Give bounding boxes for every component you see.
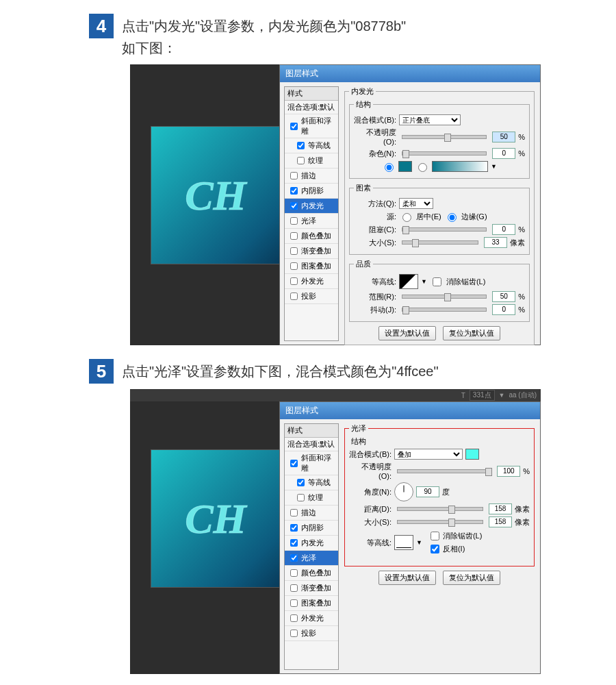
- chk-inner-shadow[interactable]: [290, 187, 298, 195]
- chk-contour[interactable]: [297, 142, 305, 149]
- step-5-badge: 5: [89, 359, 114, 384]
- antialias-check[interactable]: [433, 277, 441, 286]
- satin-size-slider[interactable]: [397, 520, 483, 524]
- options-bar: T 331点 ▼ aa (自动): [130, 389, 541, 401]
- layer-style-dialog: 图层样式 样式 混合选项:默认 斜面和浮雕 等高线 纹理 描边 内阴影 内发光 …: [279, 64, 541, 345]
- chk-outer-glow[interactable]: [290, 277, 298, 285]
- chk-pattern-overlay[interactable]: [290, 262, 298, 270]
- satin-struct: 结构 混合模式(B): 叠加 不透明度(O): 100 %: [349, 436, 530, 558]
- style-satin[interactable]: 光泽: [285, 214, 338, 229]
- opacity-value[interactable]: 50: [492, 132, 515, 142]
- chk-inner-glow[interactable]: [290, 202, 298, 210]
- style-stroke[interactable]: 描边: [285, 169, 338, 184]
- angle-dial[interactable]: [394, 482, 413, 501]
- dialog-title-2: 图层样式: [280, 402, 540, 419]
- quality-group: 品质 等高线: ▼ 消除锯齿(L) 范围(R): 50 %: [349, 259, 530, 322]
- style-contour[interactable]: 等高线: [285, 138, 338, 153]
- opacity-label: 不透明度(O):: [354, 127, 396, 146]
- step-4-badge: 4: [89, 14, 114, 38]
- satin-size-value[interactable]: 158: [489, 516, 512, 527]
- blend-options-row-2[interactable]: 混合选项:默认: [285, 438, 338, 451]
- preview-canvas-2: CH: [151, 449, 281, 588]
- noise-value[interactable]: 0: [492, 148, 515, 159]
- style-satin-2[interactable]: 光泽: [285, 551, 338, 566]
- source-center-radio[interactable]: [402, 213, 411, 222]
- method-select[interactable]: 柔和: [399, 198, 433, 209]
- opacity-slider[interactable]: [402, 135, 487, 139]
- choke-label: 阻塞(C):: [354, 225, 396, 235]
- style-bevel[interactable]: 斜面和浮雕: [285, 114, 338, 138]
- step-5-text: 点击"光泽"设置参数如下图，混合模式颜色为"4ffcee": [122, 359, 439, 382]
- satin-group: 光泽 结构 混合模式(B): 叠加 不透明度(O): 100: [344, 423, 535, 566]
- distance-value[interactable]: 158: [489, 503, 512, 514]
- size-slider[interactable]: [402, 240, 478, 245]
- satin-invert-check[interactable]: [431, 545, 439, 553]
- source-edge-radio[interactable]: [448, 213, 457, 222]
- chk-bevel[interactable]: [290, 123, 298, 130]
- chk-stroke[interactable]: [290, 172, 298, 179]
- gradient-strip[interactable]: [432, 161, 488, 172]
- range-label: 范围(R):: [354, 292, 396, 302]
- noise-slider[interactable]: [402, 151, 487, 155]
- choke-slider[interactable]: [402, 227, 487, 232]
- satin-set-default-button[interactable]: 设置为默认值: [378, 571, 436, 585]
- set-default-button[interactable]: 设置为默认值: [378, 326, 436, 340]
- style-inner-shadow[interactable]: 内阴影: [285, 184, 338, 199]
- satin-reset-default-button[interactable]: 复位为默认值: [443, 571, 500, 585]
- font-size-field[interactable]: 331点: [470, 390, 495, 401]
- contour-picker[interactable]: [399, 274, 418, 289]
- size-value[interactable]: 33: [484, 237, 507, 248]
- satin-antialias-check[interactable]: [431, 532, 439, 540]
- satin-distance-slider[interactable]: [397, 507, 483, 511]
- gradient-radio[interactable]: [418, 163, 427, 172]
- type-icon: T: [461, 392, 465, 399]
- chk-color-overlay[interactable]: [290, 232, 298, 240]
- satin-contour-picker[interactable]: [394, 535, 413, 550]
- step-5-line1: 点击"光泽"设置参数如下图，混合模式颜色为"4ffcee": [122, 360, 439, 382]
- angle-value[interactable]: 90: [416, 486, 439, 497]
- params-inner-glow: 内发光 结构 混合模式(B): 正片叠底 不透明度(O): 50: [339, 82, 540, 345]
- range-slider[interactable]: [402, 295, 487, 299]
- style-gradient-overlay[interactable]: 渐变叠加: [285, 244, 338, 259]
- style-drop-shadow[interactable]: 投影: [285, 289, 338, 304]
- aa-field[interactable]: aa (自动): [509, 390, 537, 400]
- inner-glow-group: 内发光 结构 混合模式(B): 正片叠底 不透明度(O): 50: [344, 86, 535, 345]
- chk-satin[interactable]: [290, 217, 298, 225]
- satin-blend-select[interactable]: 叠加: [394, 449, 463, 460]
- dialog-title: 图层样式: [280, 65, 540, 82]
- satin-opacity-slider[interactable]: [397, 469, 491, 473]
- color-radio[interactable]: [385, 163, 394, 172]
- satin-color-swatch[interactable]: [465, 449, 479, 460]
- blend-mode-label: 混合模式(B):: [354, 115, 396, 125]
- screenshot-4: CH 图层样式 样式 混合选项:默认 斜面和浮雕 等高线 纹理 描边 内阴影 内…: [130, 64, 541, 345]
- style-color-overlay[interactable]: 颜色叠加: [285, 229, 338, 244]
- source-label: 源:: [354, 212, 396, 222]
- chk-texture[interactable]: [297, 157, 305, 164]
- style-outer-glow[interactable]: 外发光: [285, 274, 338, 289]
- struct-group: 结构 混合模式(B): 正片叠底 不透明度(O): 50 %: [349, 99, 530, 179]
- jitter-value[interactable]: 0: [492, 304, 515, 315]
- styles-header: 样式: [285, 87, 338, 101]
- color-swatch[interactable]: [398, 161, 412, 172]
- chk-grad-overlay[interactable]: [290, 247, 298, 255]
- style-pattern-overlay[interactable]: 图案叠加: [285, 259, 338, 274]
- styles-list-2: 样式 混合选项:默认 斜面和浮雕 等高线 纹理 描边 内阴影 内发光 光泽 颜色…: [284, 423, 339, 670]
- screenshot-5: CH 图层样式 样式 混合选项:默认 斜面和浮雕 等高线 纹理 描边 内阴影 内…: [130, 401, 541, 674]
- styles-list: 样式 混合选项:默认 斜面和浮雕 等高线 纹理 描边 内阴影 内发光 光泽 颜色…: [284, 86, 339, 341]
- reset-default-button[interactable]: 复位为默认值: [443, 326, 500, 340]
- range-value[interactable]: 50: [492, 291, 515, 302]
- chk-drop-shadow[interactable]: [290, 292, 298, 300]
- size-label: 大小(S):: [354, 238, 396, 248]
- contour-label: 等高线:: [354, 277, 396, 287]
- choke-value[interactable]: 0: [492, 224, 515, 235]
- jitter-slider[interactable]: [402, 308, 487, 312]
- method-label: 方法(Q):: [354, 199, 396, 209]
- blend-mode-select[interactable]: 正片叠底: [399, 114, 461, 125]
- style-texture[interactable]: 纹理: [285, 153, 338, 169]
- blend-options-row[interactable]: 混合选项:默认: [285, 101, 338, 114]
- preview-canvas: CH: [151, 126, 281, 264]
- step-4-line2: 如下图：: [122, 37, 406, 59]
- layer-style-dialog-2: 图层样式 样式 混合选项:默认 斜面和浮雕 等高线 纹理 描边 内阴影 内发光 …: [279, 401, 541, 674]
- style-inner-glow[interactable]: 内发光: [285, 199, 338, 214]
- satin-opacity-value[interactable]: 100: [497, 466, 520, 477]
